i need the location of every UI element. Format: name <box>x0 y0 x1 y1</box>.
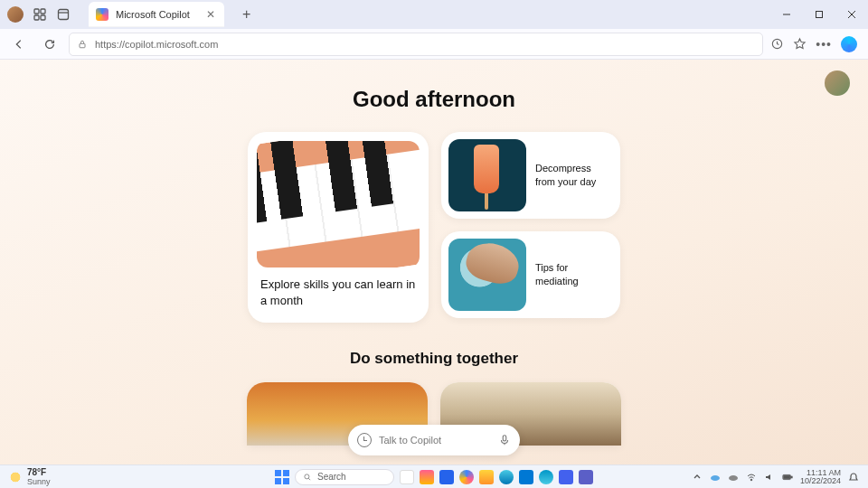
url-text: https://copilot.microsoft.com <box>95 39 218 50</box>
favorites-icon[interactable] <box>793 37 807 51</box>
sun-icon <box>9 471 22 483</box>
user-avatar[interactable] <box>825 70 850 96</box>
card-mediate-label: Tips for mediating <box>535 261 613 288</box>
svg-rect-19 <box>791 476 792 478</box>
svg-rect-1 <box>41 9 45 14</box>
chat-input-bar[interactable]: Talk to Copilot <box>348 425 520 455</box>
weather-temp: 78°F <box>27 467 51 477</box>
svg-point-13 <box>305 474 309 478</box>
more-menu-button[interactable]: ••• <box>816 37 832 52</box>
svg-rect-3 <box>41 15 45 20</box>
minimize-button[interactable] <box>770 0 803 29</box>
svg-point-16 <box>729 475 738 481</box>
address-bar[interactable]: https://copilot.microsoft.com <box>69 33 763 56</box>
app-icon-store[interactable] <box>519 470 533 484</box>
new-tab-button[interactable]: + <box>242 6 250 23</box>
suggestion-card-mediate[interactable]: Tips for mediating <box>441 231 620 318</box>
app-icon-1[interactable] <box>420 470 434 484</box>
svg-point-15 <box>711 475 720 481</box>
search-icon <box>303 473 312 482</box>
refresh-button[interactable] <box>38 33 61 56</box>
onedrive-icon[interactable] <box>710 472 721 483</box>
app-icon-teams[interactable] <box>579 470 593 484</box>
start-button[interactable] <box>275 470 289 484</box>
svg-rect-4 <box>59 10 69 20</box>
svg-rect-2 <box>34 15 39 20</box>
battery-icon[interactable] <box>782 472 793 483</box>
svg-rect-12 <box>503 436 506 441</box>
app-icon-5[interactable] <box>539 470 553 484</box>
taskbar-search-label: Search <box>317 472 346 482</box>
maximize-button[interactable] <box>803 0 835 29</box>
chevron-up-icon[interactable] <box>692 472 703 483</box>
browser-toolbar: https://copilot.microsoft.com ••• <box>0 29 868 60</box>
app-icon-copilot[interactable] <box>459 470 474 484</box>
piano-image <box>257 141 420 267</box>
app-icon-word[interactable] <box>439 470 454 484</box>
app-icon-edge[interactable] <box>499 470 514 484</box>
clock-date: 10/22/2024 <box>800 477 841 485</box>
back-button[interactable] <box>7 33 31 56</box>
task-view-icon[interactable] <box>400 470 414 484</box>
greeting-heading: Good afternoon <box>0 87 868 112</box>
section-heading: Do something together <box>0 350 868 368</box>
app-icon-explorer[interactable] <box>479 470 494 484</box>
suggestion-card-decompress[interactable]: Decompress from your day <box>441 132 620 219</box>
history-icon[interactable] <box>357 433 372 447</box>
chat-placeholder: Talk to Copilot <box>379 435 491 446</box>
volume-icon[interactable] <box>764 472 775 483</box>
taskbar-search[interactable]: Search <box>295 469 394 485</box>
window-titlebar: Microsoft Copilot ✕ + <box>0 0 868 29</box>
svg-line-14 <box>308 478 310 480</box>
microphone-icon[interactable] <box>498 434 511 446</box>
app-icon-outlook[interactable] <box>559 470 573 484</box>
cloud-icon[interactable] <box>728 472 739 483</box>
tab-favicon-icon <box>96 8 108 21</box>
wifi-icon[interactable] <box>746 472 757 483</box>
card-decompress-label: Decompress from your day <box>535 162 613 189</box>
card-large-label: Explore skills you can learn in a month <box>257 277 420 308</box>
shopping-icon[interactable] <box>770 37 784 51</box>
hand-water-image <box>448 239 526 311</box>
close-tab-button[interactable]: ✕ <box>206 8 215 21</box>
tab-title: Microsoft Copilot <box>116 9 199 20</box>
svg-rect-7 <box>816 12 823 18</box>
suggestion-card-large[interactable]: Explore skills you can learn in a month <box>248 132 429 323</box>
windows-taskbar: 78°F Sunny Search 11:11 AM 10/22/2024 <box>0 465 868 488</box>
page-content: Good afternoon Explore skills you can le… <box>0 60 868 465</box>
notifications-icon[interactable] <box>848 472 859 483</box>
tab-actions-icon[interactable] <box>56 7 71 22</box>
workspaces-icon[interactable] <box>33 7 47 22</box>
svg-point-17 <box>750 479 752 481</box>
svg-rect-10 <box>80 43 85 48</box>
lock-icon <box>77 39 88 50</box>
browser-tab[interactable]: Microsoft Copilot ✕ <box>89 2 224 27</box>
popsicle-image <box>448 139 526 211</box>
svg-rect-20 <box>784 475 790 478</box>
close-window-button[interactable] <box>835 0 868 29</box>
weather-desc: Sunny <box>27 477 51 486</box>
system-tray[interactable]: 11:11 AM 10/22/2024 <box>692 469 859 485</box>
svg-rect-0 <box>34 9 39 14</box>
profile-avatar-icon[interactable] <box>7 6 24 23</box>
weather-widget[interactable]: 78°F Sunny <box>9 467 51 486</box>
copilot-sidebar-icon[interactable] <box>841 36 857 52</box>
